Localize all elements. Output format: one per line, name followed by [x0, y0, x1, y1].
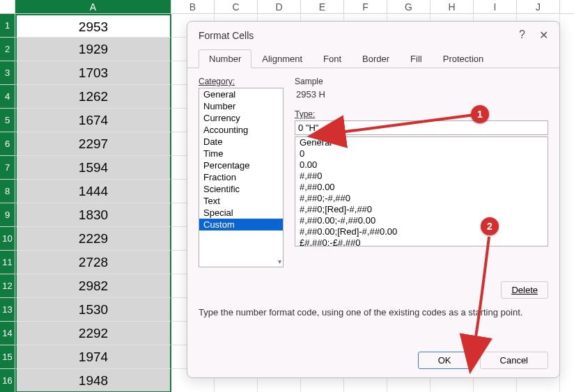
format-item[interactable]: #,##0.00 [295, 182, 548, 193]
category-item[interactable]: Date [199, 136, 283, 148]
row-header[interactable]: 7 [0, 156, 15, 180]
row-header[interactable]: 11 [0, 251, 15, 274]
cell[interactable]: 1530 [15, 298, 171, 322]
column-header-E[interactable]: E [301, 0, 344, 13]
category-item[interactable]: Special [199, 207, 283, 219]
column-header-J[interactable]: J [517, 0, 560, 13]
tab-protection[interactable]: Protection [433, 49, 495, 68]
format-list[interactable]: General00.00#,##0#,##0.00#,##0;-#,##0#,#… [295, 136, 548, 246]
category-item[interactable]: Percentage [199, 159, 283, 171]
cell[interactable]: 1444 [15, 180, 171, 203]
cell[interactable]: 2229 [15, 227, 171, 251]
category-item[interactable]: Number [199, 100, 283, 112]
row-header[interactable]: 8 [0, 180, 15, 203]
cell[interactable]: 2292 [15, 322, 171, 345]
dialog-title: Format Cells [199, 30, 254, 41]
row-header[interactable]: 15 [0, 345, 15, 369]
select-all-corner[interactable] [0, 0, 15, 13]
format-item[interactable]: #,##0 [295, 171, 548, 182]
type-input[interactable] [295, 120, 548, 135]
format-item[interactable]: #,##0.00;-#,##0.00 [295, 215, 548, 226]
format-item[interactable]: 0.00 [295, 159, 548, 171]
category-item[interactable]: Time [199, 148, 283, 159]
tab-number[interactable]: Number [199, 49, 251, 68]
sample-value: 2953 H [295, 89, 548, 100]
dialog-titlebar: Format Cells ? ✕ [187, 22, 559, 46]
help-text: Type the number format code, using one o… [187, 304, 559, 320]
row-header[interactable]: 14 [0, 322, 15, 345]
format-item[interactable]: #,##0.00;[Red]-#,##0.00 [295, 226, 548, 237]
cell[interactable]: 1674 [15, 109, 171, 132]
row-header[interactable]: 12 [0, 274, 15, 298]
column-header-A[interactable]: A [15, 0, 171, 13]
column-header-B[interactable]: B [171, 0, 215, 13]
column-header-F[interactable]: F [344, 0, 387, 13]
chevron-down-icon: ▾ [278, 258, 281, 265]
category-item[interactable]: Custom [199, 219, 283, 230]
cell[interactable]: 1948 [15, 369, 171, 392]
tab-font[interactable]: Font [313, 49, 352, 68]
cell[interactable]: 1262 [15, 85, 171, 109]
row-header[interactable]: 9 [0, 203, 15, 227]
row-header[interactable]: 2 [0, 38, 15, 61]
row-header[interactable]: 4 [0, 85, 15, 109]
sample-label: Sample [295, 77, 548, 86]
format-item[interactable]: #,##0;-#,##0 [295, 193, 548, 204]
delete-button[interactable]: Delete [501, 281, 548, 299]
category-list[interactable]: GeneralNumberCurrencyAccountingDateTimeP… [199, 88, 284, 267]
cell[interactable]: 2297 [15, 132, 171, 156]
ok-button[interactable]: OK [418, 352, 472, 369]
category-label: Category: [199, 77, 284, 86]
format-item[interactable]: General [295, 137, 548, 148]
row-header[interactable]: 13 [0, 298, 15, 322]
cell[interactable]: 1703 [15, 61, 171, 85]
row-header[interactable]: 3 [0, 61, 15, 85]
category-item[interactable]: Accounting [199, 124, 283, 136]
row-header[interactable]: 6 [0, 132, 15, 156]
cell[interactable]: 2982 [15, 274, 171, 298]
help-icon[interactable]: ? [519, 29, 525, 42]
format-item[interactable]: £#,##0;-£#,##0 [295, 237, 548, 246]
close-icon[interactable]: ✕ [539, 29, 548, 42]
row-header[interactable]: 16 [0, 369, 15, 392]
row-header[interactable]: 5 [0, 109, 15, 132]
cell[interactable]: 1929 [15, 38, 171, 61]
callout-1: 1 [471, 105, 489, 123]
category-item[interactable]: Fraction [199, 171, 283, 183]
titlebar-buttons: ? ✕ [519, 29, 548, 42]
cell[interactable]: 2728 [15, 251, 171, 274]
row-header[interactable]: 10 [0, 227, 15, 251]
cell[interactable]: 1974 [15, 345, 171, 369]
format-item[interactable]: #,##0;[Red]-#,##0 [295, 204, 548, 215]
tab-border[interactable]: Border [352, 49, 400, 68]
cell[interactable]: 1830 [15, 203, 171, 227]
category-item[interactable]: Scientific [199, 183, 283, 195]
column-header-G[interactable]: G [387, 0, 430, 13]
column-headers: ABCDEFGHIJ [0, 0, 574, 14]
category-item[interactable]: General [199, 88, 283, 100]
tab-fill[interactable]: Fill [400, 49, 433, 68]
row-header[interactable]: 1 [0, 14, 15, 38]
cancel-button[interactable]: Cancel [480, 352, 548, 369]
tab-alignment[interactable]: Alignment [251, 49, 313, 68]
column-header-D[interactable]: D [258, 0, 301, 13]
format-cells-dialog: Format Cells ? ✕ NumberAlignmentFontBord… [187, 21, 560, 378]
column-header-C[interactable]: C [215, 0, 258, 13]
callout-2: 2 [481, 217, 499, 235]
category-item[interactable]: Currency [199, 112, 283, 124]
format-item[interactable]: 0 [295, 148, 548, 159]
column-header-I[interactable]: I [474, 0, 517, 13]
dialog-tabs: NumberAlignmentFontBorderFillProtection [187, 49, 559, 68]
category-item[interactable]: Text [199, 195, 283, 207]
cell[interactable]: 2953 [15, 14, 171, 38]
type-label: Type: [295, 109, 548, 119]
column-header-H[interactable]: H [430, 0, 474, 13]
cell[interactable]: 1594 [15, 156, 171, 180]
